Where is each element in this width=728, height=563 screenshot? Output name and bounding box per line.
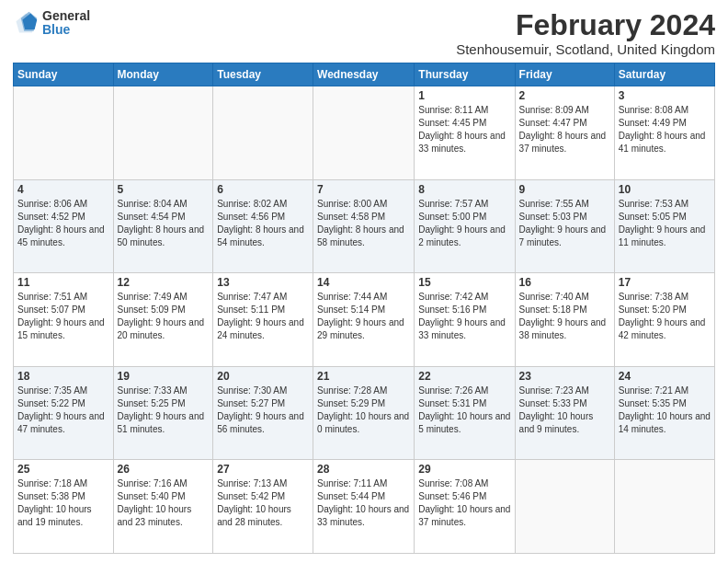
col-wednesday: Wednesday xyxy=(313,63,415,86)
day-number: 14 xyxy=(317,276,410,289)
day-info: Sunrise: 8:08 AM Sunset: 4:49 PM Dayligh… xyxy=(619,104,711,155)
col-thursday: Thursday xyxy=(415,63,515,86)
day-info: Sunrise: 7:49 AM Sunset: 5:09 PM Dayligh… xyxy=(118,291,210,342)
day-number: 12 xyxy=(118,276,210,289)
day-cell: 23Sunrise: 7:23 AM Sunset: 5:33 PM Dayli… xyxy=(515,366,614,460)
day-info: Sunrise: 8:11 AM Sunset: 4:45 PM Dayligh… xyxy=(418,104,510,155)
day-number: 15 xyxy=(418,276,510,289)
day-info: Sunrise: 8:00 AM Sunset: 4:58 PM Dayligh… xyxy=(317,198,410,249)
day-number: 7 xyxy=(317,183,410,196)
day-number: 4 xyxy=(17,183,109,196)
day-info: Sunrise: 7:42 AM Sunset: 5:16 PM Dayligh… xyxy=(418,291,510,342)
day-number: 19 xyxy=(118,370,210,383)
day-number: 23 xyxy=(519,370,610,383)
col-friday: Friday xyxy=(515,63,614,86)
day-cell: 18Sunrise: 7:35 AM Sunset: 5:22 PM Dayli… xyxy=(14,366,114,460)
day-cell: 13Sunrise: 7:47 AM Sunset: 5:11 PM Dayli… xyxy=(213,273,313,367)
day-info: Sunrise: 7:40 AM Sunset: 5:18 PM Dayligh… xyxy=(519,291,610,342)
day-cell: 1Sunrise: 8:11 AM Sunset: 4:45 PM Daylig… xyxy=(415,86,515,180)
day-number: 13 xyxy=(217,276,309,289)
col-sunday: Sunday xyxy=(14,63,114,86)
col-tuesday: Tuesday xyxy=(213,63,313,86)
day-number: 1 xyxy=(418,89,510,102)
header: General Blue February 2024 Stenhousemuir… xyxy=(13,9,715,57)
day-cell: 14Sunrise: 7:44 AM Sunset: 5:14 PM Dayli… xyxy=(313,273,415,367)
calendar-header: Sunday Monday Tuesday Wednesday Thursday… xyxy=(14,63,715,86)
day-number: 2 xyxy=(519,89,610,102)
calendar-subtitle: Stenhousemuir, Scotland, United Kingdom xyxy=(456,41,715,57)
day-number: 21 xyxy=(317,370,410,383)
day-cell xyxy=(515,460,614,554)
day-number: 29 xyxy=(418,463,510,476)
day-cell: 25Sunrise: 7:18 AM Sunset: 5:38 PM Dayli… xyxy=(14,460,114,554)
day-number: 5 xyxy=(118,183,210,196)
day-cell: 6Sunrise: 8:02 AM Sunset: 4:56 PM Daylig… xyxy=(213,179,313,273)
day-info: Sunrise: 7:16 AM Sunset: 5:40 PM Dayligh… xyxy=(118,477,210,529)
day-number: 18 xyxy=(17,370,109,383)
day-info: Sunrise: 7:28 AM Sunset: 5:29 PM Dayligh… xyxy=(317,385,410,436)
day-info: Sunrise: 7:13 AM Sunset: 5:42 PM Dayligh… xyxy=(217,477,309,529)
day-info: Sunrise: 7:53 AM Sunset: 5:05 PM Dayligh… xyxy=(619,198,711,249)
calendar-title: February 2024 xyxy=(456,9,715,41)
day-number: 20 xyxy=(217,370,309,383)
day-cell: 12Sunrise: 7:49 AM Sunset: 5:09 PM Dayli… xyxy=(113,273,213,367)
day-cell: 28Sunrise: 7:11 AM Sunset: 5:44 PM Dayli… xyxy=(313,460,415,554)
logo-general-text: General xyxy=(42,9,90,23)
day-cell: 9Sunrise: 7:55 AM Sunset: 5:03 PM Daylig… xyxy=(515,179,614,273)
day-cell xyxy=(614,460,714,554)
day-cell: 7Sunrise: 8:00 AM Sunset: 4:58 PM Daylig… xyxy=(313,179,415,273)
day-cell xyxy=(14,86,114,180)
day-info: Sunrise: 8:02 AM Sunset: 4:56 PM Dayligh… xyxy=(217,198,309,249)
day-info: Sunrise: 8:04 AM Sunset: 4:54 PM Dayligh… xyxy=(118,198,210,249)
calendar-body: 1Sunrise: 8:11 AM Sunset: 4:45 PM Daylig… xyxy=(14,86,715,554)
day-info: Sunrise: 7:26 AM Sunset: 5:31 PM Dayligh… xyxy=(418,385,510,436)
day-cell: 27Sunrise: 7:13 AM Sunset: 5:42 PM Dayli… xyxy=(213,460,313,554)
day-cell: 5Sunrise: 8:04 AM Sunset: 4:54 PM Daylig… xyxy=(113,179,213,273)
day-info: Sunrise: 7:33 AM Sunset: 5:25 PM Dayligh… xyxy=(118,385,210,436)
day-number: 11 xyxy=(17,276,109,289)
day-info: Sunrise: 7:44 AM Sunset: 5:14 PM Dayligh… xyxy=(317,291,410,342)
day-info: Sunrise: 7:55 AM Sunset: 5:03 PM Dayligh… xyxy=(519,198,610,249)
header-row: Sunday Monday Tuesday Wednesday Thursday… xyxy=(14,63,715,86)
day-number: 25 xyxy=(17,463,109,476)
logo-icon xyxy=(13,10,39,36)
day-number: 10 xyxy=(619,183,711,196)
day-info: Sunrise: 7:18 AM Sunset: 5:38 PM Dayligh… xyxy=(17,477,109,529)
day-info: Sunrise: 7:57 AM Sunset: 5:00 PM Dayligh… xyxy=(418,198,510,249)
day-cell: 22Sunrise: 7:26 AM Sunset: 5:31 PM Dayli… xyxy=(415,366,515,460)
day-number: 8 xyxy=(418,183,510,196)
week-row-3: 18Sunrise: 7:35 AM Sunset: 5:22 PM Dayli… xyxy=(14,366,715,460)
day-number: 17 xyxy=(619,276,711,289)
day-number: 24 xyxy=(619,370,711,383)
day-info: Sunrise: 8:06 AM Sunset: 4:52 PM Dayligh… xyxy=(17,198,109,249)
logo-text: General Blue xyxy=(42,9,90,38)
day-number: 3 xyxy=(619,89,711,102)
day-info: Sunrise: 7:38 AM Sunset: 5:20 PM Dayligh… xyxy=(619,291,711,342)
day-cell xyxy=(313,86,415,180)
day-cell: 20Sunrise: 7:30 AM Sunset: 5:27 PM Dayli… xyxy=(213,366,313,460)
day-info: Sunrise: 7:23 AM Sunset: 5:33 PM Dayligh… xyxy=(519,385,610,436)
day-cell xyxy=(113,86,213,180)
day-number: 22 xyxy=(418,370,510,383)
day-number: 9 xyxy=(519,183,610,196)
day-cell: 16Sunrise: 7:40 AM Sunset: 5:18 PM Dayli… xyxy=(515,273,614,367)
day-info: Sunrise: 8:09 AM Sunset: 4:47 PM Dayligh… xyxy=(519,104,610,155)
day-info: Sunrise: 7:21 AM Sunset: 5:35 PM Dayligh… xyxy=(619,385,711,436)
day-cell: 11Sunrise: 7:51 AM Sunset: 5:07 PM Dayli… xyxy=(14,273,114,367)
day-cell: 4Sunrise: 8:06 AM Sunset: 4:52 PM Daylig… xyxy=(14,179,114,273)
col-monday: Monday xyxy=(113,63,213,86)
page: General Blue February 2024 Stenhousemuir… xyxy=(0,0,728,563)
week-row-2: 11Sunrise: 7:51 AM Sunset: 5:07 PM Dayli… xyxy=(14,273,715,367)
day-cell: 17Sunrise: 7:38 AM Sunset: 5:20 PM Dayli… xyxy=(614,273,714,367)
day-cell: 24Sunrise: 7:21 AM Sunset: 5:35 PM Dayli… xyxy=(614,366,714,460)
day-number: 26 xyxy=(118,463,210,476)
day-cell: 3Sunrise: 8:08 AM Sunset: 4:49 PM Daylig… xyxy=(614,86,714,180)
week-row-0: 1Sunrise: 8:11 AM Sunset: 4:45 PM Daylig… xyxy=(14,86,715,180)
day-number: 28 xyxy=(317,463,410,476)
week-row-4: 25Sunrise: 7:18 AM Sunset: 5:38 PM Dayli… xyxy=(14,460,715,554)
day-cell: 26Sunrise: 7:16 AM Sunset: 5:40 PM Dayli… xyxy=(113,460,213,554)
day-cell: 19Sunrise: 7:33 AM Sunset: 5:25 PM Dayli… xyxy=(113,366,213,460)
day-cell: 2Sunrise: 8:09 AM Sunset: 4:47 PM Daylig… xyxy=(515,86,614,180)
day-info: Sunrise: 7:11 AM Sunset: 5:44 PM Dayligh… xyxy=(317,477,410,529)
day-cell: 21Sunrise: 7:28 AM Sunset: 5:29 PM Dayli… xyxy=(313,366,415,460)
